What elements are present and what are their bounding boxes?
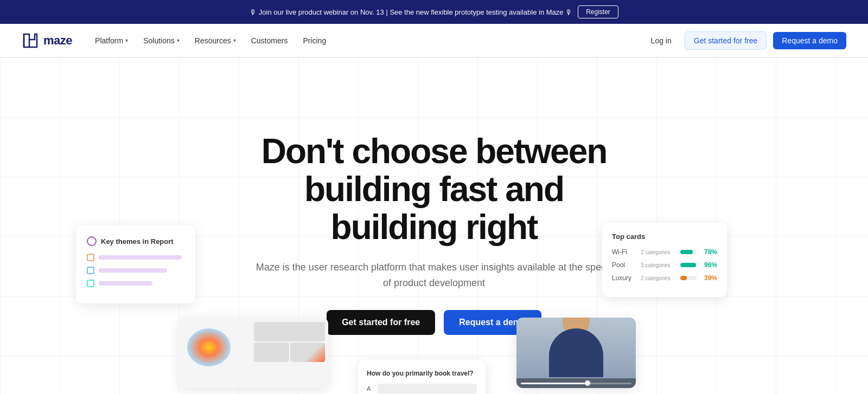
heatmap-blob: [187, 328, 231, 366]
survey-option-a: A: [367, 384, 477, 393]
register-button[interactable]: Register: [578, 5, 618, 18]
nav-pricing[interactable]: Pricing: [296, 32, 333, 49]
heatmap-thumb-bottom: [254, 343, 325, 362]
video-progress-dot: [585, 380, 590, 386]
platform-chevron-icon: ▾: [125, 37, 128, 43]
survey-bar-a: [378, 384, 477, 393]
theme-row-3: [87, 280, 184, 287]
top-sub-luxury: 2 categories: [641, 275, 676, 281]
announcement-bar: 🎙 Join our live product webinar on Nov. …: [0, 0, 868, 24]
theme-row-2: [87, 267, 184, 274]
login-button[interactable]: Log in: [644, 32, 678, 49]
top-bar-fill-wifi: [680, 250, 693, 254]
heatmap-left: [179, 318, 251, 388]
survey-letter-a: A: [367, 385, 374, 392]
top-bar-fill-pool: [680, 263, 696, 267]
top-pct-luxury: 39%: [701, 274, 717, 282]
video-progress-fill: [521, 383, 587, 384]
card-themes-header: Key themes in Report: [87, 236, 184, 246]
top-row-luxury: Luxury 2 categories 39%: [612, 274, 717, 282]
heatmap-thumb-3: [290, 343, 326, 362]
key-themes-card: Key themes in Report: [76, 225, 195, 303]
maze-logo-icon: [22, 32, 39, 49]
video-person-figure: [549, 328, 603, 377]
top-label-luxury: Luxury: [612, 274, 636, 282]
nav-customers[interactable]: Customers: [245, 32, 295, 49]
nav-resources[interactable]: Resources ▾: [188, 32, 242, 49]
heatmap-inner: [179, 318, 328, 388]
card-themes-title: Key themes in Report: [101, 237, 174, 246]
request-demo-button[interactable]: Request a demo: [773, 32, 846, 49]
hero-title: Don't choose between building fast and b…: [255, 132, 613, 247]
video-card: [516, 318, 636, 388]
top-bar-wifi: [680, 250, 697, 254]
solutions-chevron-icon: ▾: [177, 37, 180, 43]
top-pct-wifi: 78%: [701, 248, 717, 256]
top-sub-wifi: 2 categories: [641, 249, 676, 255]
top-pct-pool: 96%: [701, 261, 717, 269]
top-row-wifi: Wi-Fi 2 categories 78%: [612, 248, 717, 256]
theme-bar-2: [99, 268, 167, 273]
video-placeholder: [516, 318, 636, 388]
top-sub-pool: 3 categories: [641, 262, 676, 268]
theme-row-icon-1: [87, 254, 94, 261]
video-person: [516, 318, 636, 388]
heatmap-thumb-2: [254, 343, 289, 362]
survey-card: How do you primarily book travel? A B C …: [358, 360, 486, 394]
top-label-pool: Pool: [612, 261, 636, 269]
theme-bar-1: [99, 255, 182, 260]
theme-bar-3: [99, 281, 152, 286]
top-bar-fill-luxury: [680, 276, 687, 280]
heatmap-card: [179, 318, 328, 388]
theme-row-1: [87, 254, 184, 261]
survey-bar-empty-a: [378, 384, 477, 393]
logo-text: maze: [43, 34, 72, 48]
announcement-text: 🎙 Join our live product webinar on Nov. …: [250, 8, 572, 16]
get-started-button[interactable]: Get started for free: [685, 31, 767, 50]
nav-links: Platform ▾ Solutions ▾ Resources ▾ Custo…: [88, 32, 644, 49]
themes-icon: [87, 236, 97, 246]
theme-row-icon-3: [87, 280, 94, 287]
logo[interactable]: maze: [22, 32, 72, 49]
video-progress-wrap: [521, 383, 631, 384]
resources-chevron-icon: ▾: [233, 37, 236, 43]
nav-solutions[interactable]: Solutions ▾: [137, 32, 186, 49]
survey-title: How do you primarily book travel?: [367, 370, 477, 377]
top-cards-card: Top cards Wi-Fi 2 categories 78% Pool 3 …: [602, 223, 727, 297]
nav-platform[interactable]: Platform ▾: [88, 32, 135, 49]
top-cards-title: Top cards: [612, 232, 717, 241]
top-label-wifi: Wi-Fi: [612, 248, 636, 256]
nav-actions: Log in Get started for free Request a de…: [644, 31, 846, 50]
hero-section: Don't choose between building fast and b…: [0, 57, 868, 394]
theme-row-icon-2: [87, 267, 94, 274]
top-bar-luxury: [680, 276, 697, 280]
top-row-pool: Pool 3 categories 96%: [612, 261, 717, 269]
top-bar-pool: [680, 263, 697, 267]
hero-cta-primary[interactable]: Get started for free: [327, 310, 435, 335]
navigation: maze Platform ▾ Solutions ▾ Resources ▾ …: [0, 24, 868, 57]
heatmap-right: [251, 318, 328, 388]
video-progress-bar: [516, 378, 636, 388]
heatmap-thumb-1: [254, 322, 325, 341]
hero-subtitle: Maze is the user research platform that …: [255, 260, 613, 291]
